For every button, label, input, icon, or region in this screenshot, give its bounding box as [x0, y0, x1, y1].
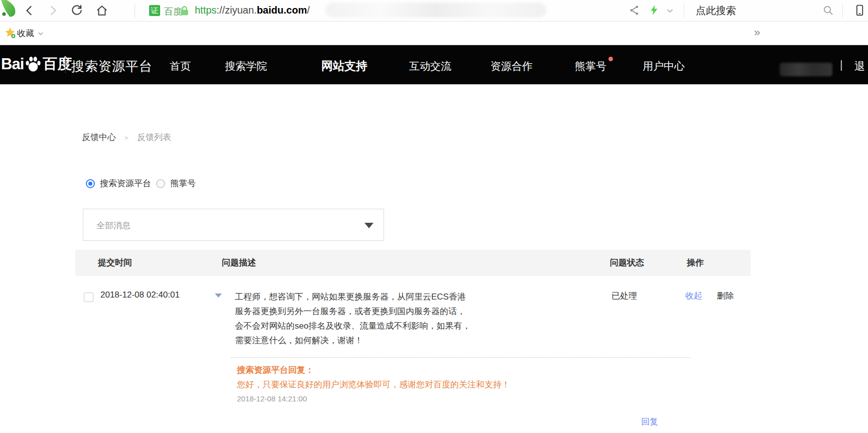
home-icon[interactable] [95, 4, 108, 17]
site-verify-badge: 证 [149, 5, 160, 16]
url-domain: baidu.com [257, 5, 307, 16]
logo-text-bai: Bai [1, 55, 24, 73]
url-path: / [307, 5, 310, 16]
browser-logo-icon [0, 0, 20, 17]
logout-link-partial[interactable]: 退 [854, 59, 868, 73]
question-line: 会不会对网站的seo排名及收录、流量造成不利影响，如果有， [235, 319, 496, 333]
status-badge: 已处理 [611, 290, 637, 302]
radio-label-xiongzhang[interactable]: 熊掌号 [170, 178, 196, 189]
toolbar-separator [684, 4, 684, 18]
question-description: 工程师，想咨询下，网站如果更换服务器，从阿里云ECS香港 服务器更换到另外一台服… [235, 290, 496, 348]
dropdown-selected-value: 全部消息 [96, 220, 131, 231]
column-header-status: 问题状态 [610, 250, 644, 276]
url-redacted-area [325, 3, 546, 18]
column-header-description: 问题描述 [222, 250, 256, 276]
reply-time: 2018-12-08 14:21:00 [237, 394, 307, 403]
logo-divider [65, 57, 66, 73]
nav-item-home[interactable]: 首页 [170, 59, 191, 73]
refresh-icon[interactable] [70, 4, 83, 17]
favorites-star-icon[interactable] [4, 27, 16, 39]
browser-toolbar: 证 百度 https://ziyuan.baidu.com/ 点此搜索 [0, 0, 868, 22]
site-navbar: Bai 百度 搜索资源平台 首页 搜索学院 网站支持 互动交流 资源合作 熊掌号… [0, 45, 868, 84]
delete-link[interactable]: 删除 [717, 290, 734, 302]
logo-text-cn: 百度 [43, 54, 72, 74]
reply-title: 搜索资源平台回复： [237, 364, 314, 376]
submit-time: 2018-12-08 02:40:01 [100, 290, 180, 300]
favorites-chevron-icon[interactable] [37, 30, 44, 37]
user-menu-divider: | [840, 58, 843, 71]
mobile-phone-icon[interactable] [853, 4, 866, 17]
breadcrumb: 反馈中心＞反馈列表 [82, 131, 171, 143]
row-checkbox[interactable] [84, 293, 93, 302]
breadcrumb-parent[interactable]: 反馈中心 [82, 132, 116, 142]
radio-label-search-platform[interactable]: 搜索资源平台 [100, 178, 151, 189]
more-bookmarks-icon[interactable]: » [754, 26, 760, 39]
baidu-logo[interactable]: Bai 百度 [1, 54, 72, 74]
toolbar-separator [842, 4, 843, 18]
dropdown-arrow-icon [364, 223, 374, 228]
nav-item-resources[interactable]: 资源合作 [490, 59, 533, 73]
collapse-triangle-icon[interactable] [215, 294, 222, 298]
toolbar-separator [135, 4, 135, 18]
reply-divider [231, 357, 690, 358]
question-line: 需要注意什么，如何解决，谢谢！ [235, 333, 496, 348]
radio-xiongzhang[interactable] [156, 179, 165, 188]
back-icon[interactable] [23, 4, 36, 17]
search-icon[interactable] [822, 5, 834, 16]
platform-title: 搜索资源平台 [71, 58, 153, 75]
nav-item-academy[interactable]: 搜索学院 [225, 59, 267, 73]
nav-item-user-center[interactable]: 用户中心 [643, 59, 685, 73]
collapse-link[interactable]: 收起 [685, 290, 702, 302]
reply-link[interactable]: 回复 [641, 416, 658, 427]
column-header-time: 提交时间 [98, 250, 132, 276]
search-input[interactable]: 点此搜索 [696, 4, 736, 18]
forward-icon[interactable] [46, 4, 59, 17]
speed-lightning-icon[interactable] [648, 4, 660, 16]
baidu-paw-icon [24, 55, 42, 74]
nav-item-interaction[interactable]: 互动交流 [409, 59, 451, 73]
bookmarks-bar: 收藏 » [0, 22, 868, 45]
breadcrumb-separator-icon: ＞ [123, 133, 130, 141]
question-line: 服务器更换到另外一台服务器，或者更换到国内服务器的话， [235, 304, 496, 319]
url-host: ://ziyuan. [216, 5, 257, 16]
ssl-lock-icon [179, 5, 190, 17]
radio-search-platform[interactable] [86, 179, 95, 188]
breadcrumb-current: 反馈列表 [137, 132, 171, 142]
address-bar[interactable]: https://ziyuan.baidu.com/ [195, 5, 310, 16]
message-type-dropdown[interactable]: 全部消息 [83, 209, 384, 241]
username-redacted[interactable] [780, 63, 832, 76]
reply-body: 您好，只要保证良好的用户浏览体验即可，感谢您对百度的关注和支持！ [237, 379, 510, 390]
favorites-label[interactable]: 收藏 [17, 28, 34, 39]
notification-dot [608, 57, 613, 61]
url-protocol: https [195, 5, 216, 16]
chevron-down-icon[interactable] [666, 7, 674, 15]
nav-item-xiongzhang[interactable]: 熊掌号 [575, 59, 606, 73]
feedback-table-header: 提交时间 问题描述 问题状态 操作 [75, 250, 751, 276]
share-icon[interactable] [629, 5, 640, 16]
question-line: 工程师，想咨询下，网站如果更换服务器，从阿里云ECS香港 [235, 290, 496, 304]
column-header-action: 操作 [687, 250, 704, 276]
nav-item-site-support[interactable]: 网站支持 [321, 58, 367, 74]
source-filter: 搜索资源平台 熊掌号 [86, 178, 196, 189]
